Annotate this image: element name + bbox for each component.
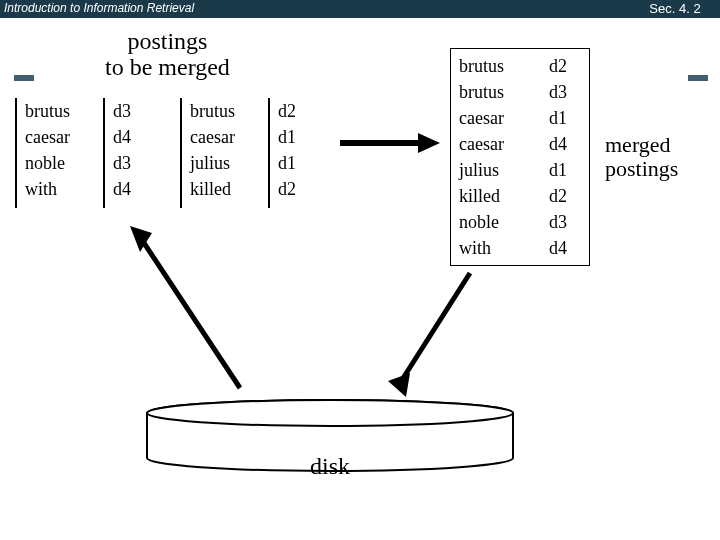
doc-cell: d2	[549, 53, 567, 79]
merged-docs: d2 d3 d1 d4 d1 d2 d3 d4	[549, 53, 567, 261]
term-cell: noble	[459, 209, 504, 235]
arrow-merge-icon	[340, 128, 440, 158]
term-cell: caesar	[459, 131, 504, 157]
term-cell: killed	[190, 176, 235, 202]
term-cell: julius	[190, 150, 235, 176]
doc-cell: d2	[278, 176, 296, 202]
disk-label: disk	[310, 453, 350, 480]
term-cell: killed	[459, 183, 504, 209]
term-cell: with	[25, 176, 70, 202]
postings-title: postings to be merged	[105, 28, 230, 81]
merged-terms: brutus brutus caesar caesar julius kille…	[459, 53, 504, 261]
course-title: Introduction to Information Retrieval	[4, 1, 194, 15]
block2-terms: brutus caesar julius killed	[190, 98, 235, 202]
section-label: Sec. 4. 2	[630, 0, 720, 18]
term-cell: caesar	[190, 124, 235, 150]
arrow-to-disk-right-icon	[380, 273, 500, 403]
doc-cell: d3	[549, 209, 567, 235]
postings-block-2: brutus caesar julius killed d2 d1 d1 d2	[180, 98, 320, 208]
doc-cell: d2	[278, 98, 296, 124]
doc-cell: d4	[549, 235, 567, 261]
divider	[15, 98, 17, 208]
divider	[180, 98, 182, 208]
doc-cell: d1	[549, 105, 567, 131]
term-cell: brutus	[459, 53, 504, 79]
postings-title-line1: postings	[105, 28, 230, 54]
term-cell: noble	[25, 150, 70, 176]
merged-label-line2: postings	[605, 157, 678, 181]
term-cell: brutus	[459, 79, 504, 105]
doc-cell: d3	[113, 98, 131, 124]
svg-marker-1	[418, 133, 440, 153]
slide-header: Introduction to Information Retrieval Se…	[0, 0, 720, 18]
term-cell: brutus	[190, 98, 235, 124]
svg-line-2	[142, 240, 240, 388]
term-cell: with	[459, 235, 504, 261]
merged-postings-label: merged postings	[605, 133, 678, 181]
term-cell: julius	[459, 157, 504, 183]
doc-cell: d1	[278, 150, 296, 176]
arrow-from-disk-left-icon	[120, 218, 270, 398]
postings-title-line2: to be merged	[105, 54, 230, 80]
block2-docs: d2 d1 d1 d2	[278, 98, 296, 202]
doc-cell: d4	[113, 176, 131, 202]
term-cell: brutus	[25, 98, 70, 124]
doc-cell: d3	[549, 79, 567, 105]
doc-cell: d4	[549, 131, 567, 157]
term-cell: caesar	[25, 124, 70, 150]
svg-marker-5	[388, 373, 410, 397]
merged-label-line1: merged	[605, 133, 678, 157]
block1-terms: brutus caesar noble with	[25, 98, 70, 202]
postings-block-1: brutus caesar noble with d3 d4 d3 d4	[15, 98, 155, 208]
divider	[268, 98, 270, 208]
doc-cell: d2	[549, 183, 567, 209]
doc-cell: d4	[113, 124, 131, 150]
divider	[103, 98, 105, 208]
doc-cell: d1	[549, 157, 567, 183]
svg-point-7	[147, 400, 513, 426]
term-cell: caesar	[459, 105, 504, 131]
diagram-canvas: postings to be merged brutus caesar nobl…	[0, 18, 720, 540]
merged-postings-block: brutus brutus caesar caesar julius kille…	[450, 48, 590, 266]
doc-cell: d1	[278, 124, 296, 150]
block1-docs: d3 d4 d3 d4	[113, 98, 131, 202]
svg-line-4	[400, 273, 470, 383]
doc-cell: d3	[113, 150, 131, 176]
